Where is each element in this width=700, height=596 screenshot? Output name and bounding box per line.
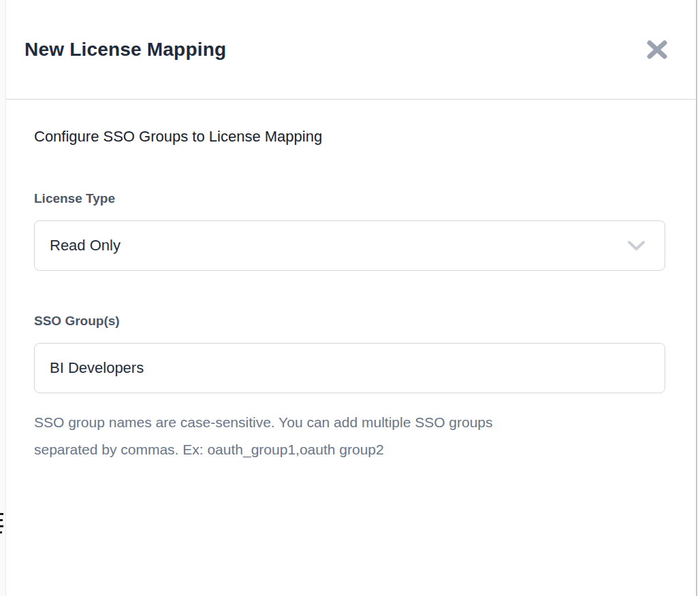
sso-groups-label: SSO Group(s) (34, 313, 665, 329)
modal-body: Configure SSO Groups to License Mapping … (6, 100, 696, 463)
modal-title: New License Mapping (25, 39, 226, 61)
license-type-label: License Type (34, 191, 665, 207)
license-type-selected-value: Read Only (50, 237, 121, 254)
right-edge-border (696, 0, 697, 596)
sso-groups-input[interactable] (34, 343, 665, 393)
hamburger-icon (0, 513, 3, 537)
license-type-select[interactable]: Read Only (34, 220, 665, 271)
modal-header: New License Mapping (6, 0, 696, 100)
screen: New License Mapping Configure SSO Groups… (0, 0, 700, 596)
close-button[interactable] (646, 38, 669, 61)
background-page-edge (0, 0, 6, 596)
new-license-mapping-modal: New License Mapping Configure SSO Groups… (6, 0, 696, 596)
modal-subtitle: Configure SSO Groups to License Mapping (34, 128, 665, 146)
close-icon (647, 39, 667, 61)
chevron-down-icon (627, 240, 646, 252)
sso-groups-help-text: SSO group names are case-sensitive. You … (34, 409, 665, 463)
